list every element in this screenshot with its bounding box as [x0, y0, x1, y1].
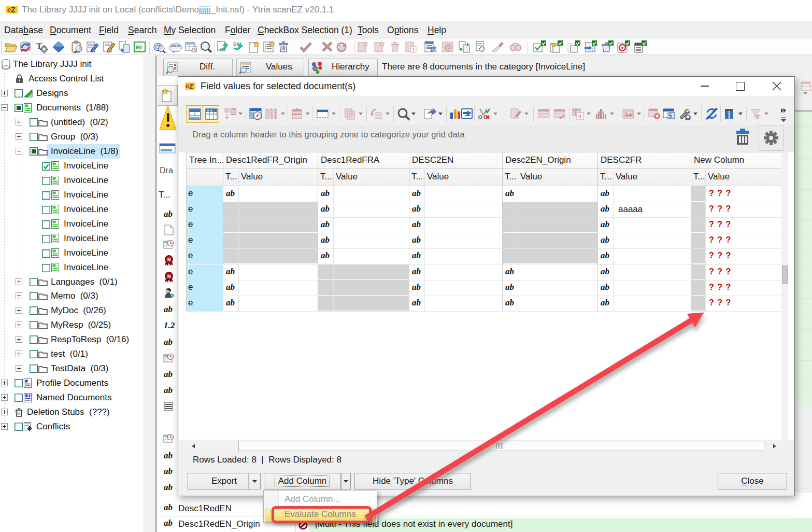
svg-text:INI: INI	[136, 45, 142, 50]
svg-text:T: T	[756, 114, 760, 120]
svg-text:T: T	[574, 110, 577, 116]
svg-text:N: N	[167, 274, 171, 279]
svg-text:T: T	[411, 47, 415, 52]
svg-text:@: @	[444, 43, 452, 51]
svg-text:N: N	[167, 257, 171, 262]
svg-text:5: 5	[669, 113, 672, 119]
svg-text:Z: Z	[189, 82, 193, 90]
svg-text:@: @	[432, 47, 436, 52]
svg-text:9: 9	[578, 113, 581, 119]
svg-text:UNID: UNID	[170, 44, 181, 48]
svg-text:Z: Z	[11, 6, 16, 14]
